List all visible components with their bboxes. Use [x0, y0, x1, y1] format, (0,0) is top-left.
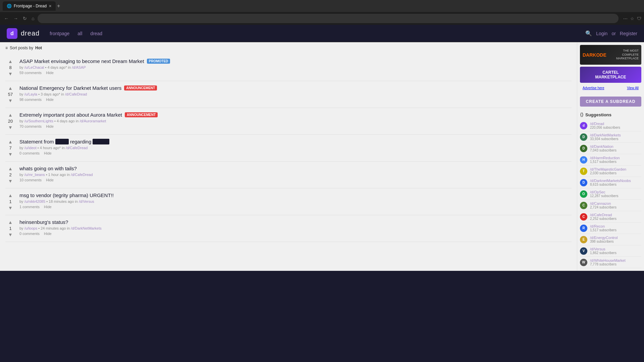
or-label: or	[611, 31, 615, 36]
back-btn[interactable]: ←	[3, 15, 10, 22]
advertise-link[interactable]: Advertise here	[583, 86, 604, 90]
post-hide-7[interactable]: Hide	[44, 232, 52, 236]
post-subdread-6[interactable]: /d/Versus	[79, 199, 94, 203]
suggestion-cafedread[interactable]: C /d/CafeDread 2,252 subscribers	[580, 211, 641, 223]
post-title-link-6[interactable]: msg to vendor (tegrity pharma) URGENT!!	[19, 192, 114, 198]
vote-down-1[interactable]: ▼	[7, 71, 13, 77]
post-subdread-3[interactable]: /d/Auroramarket	[79, 119, 106, 123]
ad-darkode[interactable]: DARKODE THE MOST COMPLETEMARKETPLACE	[580, 45, 641, 65]
post-hide-6[interactable]: Hide	[44, 205, 52, 209]
post-title-link-7[interactable]: heinsenburg's status?	[19, 219, 68, 225]
vote-count-2: 57	[8, 92, 13, 97]
sidebar: DARKODE THE MOST COMPLETEMARKETPLACE CAR…	[577, 42, 644, 271]
register-link[interactable]: Register	[620, 31, 637, 36]
post-comments-1[interactable]: 59 comments	[19, 71, 42, 75]
vote-column-6: ▲ 1 ▼	[5, 192, 15, 211]
post-title-link-1[interactable]: ASAP Market envisaging to become next Dr…	[19, 58, 144, 64]
site-name: dread	[21, 29, 40, 37]
vote-count-6: 1	[9, 199, 11, 204]
new-tab-btn[interactable]: +	[57, 3, 60, 9]
suggestion-energycontrol[interactable]: E /d/EnergyControl 398 subscribers	[580, 234, 641, 245]
suggestion-darknetmarkets[interactable]: D /d/DarkNetMarkets 33,934 subscribers	[580, 131, 641, 143]
post-hide-2[interactable]: Hide	[46, 98, 54, 102]
address-bar[interactable]	[38, 14, 619, 23]
suggestion-whitehousemarket[interactable]: W /d/WhiteHouseMarket 7,778 subscribers	[580, 257, 641, 268]
vote-up-1[interactable]: ▲	[7, 58, 13, 64]
bookmark-icon[interactable]: ☆	[630, 16, 634, 21]
suggestion-dread[interactable]: d /d/Dread 220,056 subscribers	[580, 120, 641, 131]
post-author-5[interactable]: /u/mr_beans	[24, 173, 45, 177]
nav-frontpage[interactable]: frontpage	[50, 31, 69, 36]
suggestion-majesticgarden[interactable]: T /d/TheMajesticGarden 2,030 subscribers	[580, 166, 641, 177]
vote-column-1: ▲ 8 ▼	[5, 58, 15, 77]
post-meta-3: by /u/SouthernLights • 4 days ago in /d/…	[19, 119, 572, 123]
post-actions-3: 70 comments Hide	[19, 124, 572, 128]
nav-all[interactable]: all	[77, 31, 82, 36]
suggestion-darknetmarketsnoobs[interactable]: D /d/DarknetMarketsNoobs 8,615 subscribe…	[580, 177, 641, 188]
post-comments-2[interactable]: 98 comments	[19, 98, 42, 102]
search-btn[interactable]: 🔍	[585, 30, 592, 37]
post-subdread-1[interactable]: /d/ASAP	[72, 65, 86, 69]
sub-name-dread: /d/Dread	[590, 122, 641, 126]
post-comments-7[interactable]: 0 comments	[19, 232, 40, 236]
sort-value[interactable]: Hot	[35, 46, 42, 50]
post-comments-3[interactable]: 70 comments	[19, 124, 42, 128]
create-subdread-btn[interactable]: CREATE A SUBDREAD	[580, 97, 641, 107]
vote-down-7[interactable]: ▼	[7, 232, 13, 238]
post-subdread-7[interactable]: /d/DarkNetMarkets	[71, 226, 102, 230]
post-author-3[interactable]: /u/SouthernLights	[24, 119, 53, 123]
post-comments-4[interactable]: 0 comments	[19, 151, 40, 155]
post-comments-6[interactable]: 1 comments	[19, 205, 40, 209]
vote-up-7[interactable]: ▲	[7, 219, 13, 225]
post-author-6[interactable]: /u/nikk42085	[24, 199, 45, 203]
sub-subs-cannazon: 2,724 subscribers	[590, 205, 641, 209]
active-tab[interactable]: 🌐 Frontpage - Dread ✕	[3, 1, 56, 11]
post-title-link-4[interactable]: Statement from regarding	[19, 139, 109, 144]
vote-down-6[interactable]: ▼	[7, 205, 13, 211]
tab-close-btn[interactable]: ✕	[49, 4, 52, 8]
vote-up-2[interactable]: ▲	[7, 85, 13, 91]
vote-up-6[interactable]: ▲	[7, 192, 13, 198]
post-hide-5[interactable]: Hide	[46, 178, 54, 182]
post-author-1[interactable]: /u/LeChacal	[24, 65, 44, 69]
sub-info-energycontrol: /d/EnergyControl 398 subscribers	[590, 236, 641, 243]
post-author-7[interactable]: /u/loops	[24, 226, 38, 230]
post-title-link-2[interactable]: National Emergency for Darknet Market us…	[19, 85, 121, 91]
view-all-link[interactable]: View All	[627, 86, 639, 90]
suggestion-recon[interactable]: R /d/Recon 1,517 subscribers	[580, 223, 641, 234]
vote-down-5[interactable]: ▼	[7, 178, 13, 184]
home-btn[interactable]: ⌂	[30, 15, 36, 22]
forward-btn[interactable]: →	[12, 15, 19, 22]
nav-dread[interactable]: dread	[90, 31, 102, 36]
suggestion-versus[interactable]: V /d/Versus 1,862 subscribers	[580, 245, 641, 257]
vote-up-5[interactable]: ▲	[7, 166, 13, 172]
suggestion-harmreduction[interactable]: H /d/HarmReduction 1,517 subscribers	[580, 154, 641, 166]
refresh-btn[interactable]: ↻	[21, 15, 28, 22]
suggestion-cannazon[interactable]: C /d/Cannazon 2,724 subscribers	[580, 200, 641, 211]
login-link[interactable]: Login	[596, 31, 607, 36]
vote-up-4[interactable]: ▲	[7, 139, 13, 145]
post-hide-3[interactable]: Hide	[46, 124, 54, 128]
post-author-2[interactable]: /u/Layla	[24, 92, 38, 96]
post-title-link-5[interactable]: whats going on with tails?	[19, 166, 77, 171]
vote-down-4[interactable]: ▼	[7, 151, 13, 157]
sub-icon-harmreduction: H	[580, 156, 587, 164]
ad-cartel[interactable]: CARTELMARKETPLACE	[580, 67, 641, 83]
post-hide-1[interactable]: Hide	[46, 71, 54, 75]
sub-icon-recon: R	[580, 225, 587, 232]
suggestion-darknation[interactable]: D /d/DankNation 7,043 subscribers	[580, 143, 641, 154]
post-author-4[interactable]: /u/ideot	[24, 146, 37, 150]
post-subdread-4[interactable]: /d/CafeDread	[66, 146, 88, 150]
post-hide-4[interactable]: Hide	[44, 151, 52, 155]
post-subdread-2[interactable]: /d/CafeDread	[65, 92, 87, 96]
vote-up-3[interactable]: ▲	[7, 112, 13, 118]
post-title-3: Extremely important post about Aurora Ma…	[19, 112, 572, 118]
post-title-link-3[interactable]: Extremely important post about Aurora Ma…	[19, 112, 122, 118]
sub-subs-dread: 220,056 subscribers	[590, 126, 641, 129]
suggestion-opsec[interactable]: O /d/OpSec 12,287 subscribers	[580, 188, 641, 200]
vote-down-3[interactable]: ▼	[7, 124, 13, 130]
vote-down-2[interactable]: ▼	[7, 98, 13, 104]
post-comments-5[interactable]: 10 comments	[19, 178, 42, 182]
post-subdread-5[interactable]: /d/CafeDread	[71, 173, 93, 177]
sub-subs-versus: 1,862 subscribers	[590, 251, 641, 255]
